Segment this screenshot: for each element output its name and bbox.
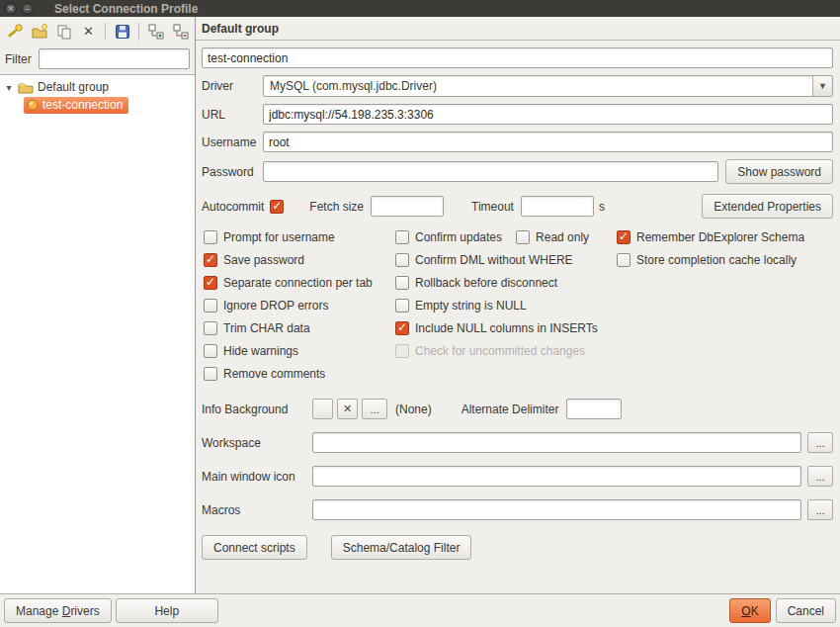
main-window-icon-input[interactable] bbox=[312, 466, 801, 487]
delete-icon: ✕ bbox=[83, 24, 94, 39]
checkbox-box bbox=[204, 230, 217, 244]
tree-item-test-connection[interactable]: test-connection bbox=[24, 97, 193, 114]
copy-profile-icon bbox=[55, 23, 73, 41]
checkbox-label: Empty string is NULL bbox=[415, 299, 527, 313]
save-profiles-button[interactable] bbox=[111, 20, 133, 43]
extended-properties-button[interactable]: Extended Properties bbox=[702, 194, 833, 219]
driver-select[interactable]: MySQL (com.mysql.jdbc.Driver) ▼ bbox=[263, 75, 833, 97]
checkbox-confirm-updates[interactable]: Confirm updates bbox=[395, 230, 502, 244]
checkbox-box bbox=[395, 230, 409, 244]
checkbox-separate-connection-per-tab[interactable]: Separate connection per tab bbox=[204, 276, 395, 290]
checkbox-check-uncommitted-changes: Check for uncommitted changes bbox=[395, 344, 617, 358]
selected-tree-item[interactable]: test-connection bbox=[24, 97, 128, 114]
delete-profile-button[interactable]: ✕ bbox=[77, 20, 100, 43]
chevron-down-icon[interactable]: ▼ bbox=[812, 76, 832, 96]
username-input[interactable] bbox=[263, 132, 833, 152]
clear-color-button[interactable]: ✕ bbox=[337, 399, 358, 419]
fetch-size-label: Fetch size bbox=[309, 200, 364, 214]
main-window-icon-browse-button[interactable]: ... bbox=[807, 466, 833, 487]
pick-color-button[interactable]: ... bbox=[362, 399, 387, 419]
password-label: Password bbox=[202, 165, 263, 179]
tree-group-default[interactable]: ▾ Default group bbox=[2, 79, 193, 95]
connect-scripts-button[interactable]: Connect scripts bbox=[202, 535, 307, 560]
minimize-button[interactable]: – bbox=[22, 3, 34, 15]
tree-item-label: test-connection bbox=[42, 98, 123, 112]
macros-browse-button[interactable]: ... bbox=[807, 499, 833, 520]
ellipsis-icon: ... bbox=[815, 471, 824, 483]
driver-value: MySQL (com.mysql.jdbc.Driver) bbox=[270, 79, 437, 93]
checkbox-label: Remove comments bbox=[223, 367, 325, 381]
checkbox-box bbox=[204, 367, 217, 381]
checkbox-label: Check for uncommitted changes bbox=[415, 344, 585, 358]
checkbox-box bbox=[204, 253, 217, 267]
checkbox-box bbox=[617, 253, 630, 267]
window-title: Select Connection Profile bbox=[54, 2, 198, 16]
checkbox-prompt-for-username[interactable]: Prompt for username bbox=[204, 230, 395, 244]
toolbar-separator bbox=[138, 23, 139, 41]
copy-profile-button[interactable] bbox=[52, 20, 75, 43]
new-profile-button[interactable] bbox=[3, 20, 26, 43]
alternate-delimiter-label: Alternate Delimiter bbox=[462, 403, 559, 416]
new-group-button[interactable] bbox=[28, 20, 50, 43]
fetch-size-input[interactable] bbox=[371, 196, 444, 217]
checkbox-include-null-columns[interactable]: Include NULL columns in INSERTs bbox=[395, 321, 617, 335]
save-icon bbox=[114, 23, 131, 41]
close-button[interactable]: ✕ bbox=[5, 3, 17, 15]
workspace-input[interactable] bbox=[312, 432, 801, 453]
checkbox-save-password[interactable]: Save password bbox=[204, 253, 395, 267]
minimize-icon: – bbox=[25, 4, 30, 14]
filter-input[interactable] bbox=[39, 48, 190, 69]
checkbox-label: Ignore DROP errors bbox=[223, 299, 328, 313]
macros-input[interactable] bbox=[312, 499, 801, 520]
folder-icon bbox=[18, 80, 34, 94]
timeout-input[interactable] bbox=[521, 196, 594, 217]
checkbox-read-only[interactable]: Read only bbox=[516, 230, 589, 244]
checkbox-box bbox=[617, 230, 630, 244]
info-background-swatch-button[interactable] bbox=[312, 399, 333, 419]
connection-profile-dialog: ✕ – Select Connection Profile bbox=[0, 0, 840, 627]
ellipsis-icon: ... bbox=[370, 403, 378, 415]
button-label: K bbox=[751, 604, 759, 618]
button-label: Manage bbox=[16, 604, 62, 618]
checkbox-rollback-before-disconnect[interactable]: Rollback before disconnect bbox=[395, 276, 617, 290]
info-background-value: (None) bbox=[395, 403, 432, 416]
url-input[interactable] bbox=[263, 104, 833, 125]
profile-tree: ▾ Default group test-connection bbox=[0, 74, 195, 593]
checkbox-label: Confirm updates bbox=[415, 230, 502, 244]
checkbox-box bbox=[395, 299, 409, 313]
alternate-delimiter-input[interactable] bbox=[566, 399, 622, 419]
button-label: rivers bbox=[70, 604, 99, 618]
timeout-unit: s bbox=[599, 200, 605, 214]
chevron-down-icon[interactable]: ▾ bbox=[4, 82, 14, 93]
profile-name-input[interactable] bbox=[202, 47, 833, 68]
checkbox-store-completion-cache[interactable]: Store completion cache locally bbox=[617, 253, 804, 267]
checkbox-label: Trim CHAR data bbox=[223, 321, 310, 335]
driver-label: Driver bbox=[202, 79, 263, 93]
expand-all-button[interactable] bbox=[144, 20, 167, 43]
autocommit-checkbox[interactable] bbox=[270, 200, 284, 214]
checkbox-ignore-drop-errors[interactable]: Ignore DROP errors bbox=[204, 299, 395, 313]
group-header: Default group bbox=[196, 17, 840, 41]
checkbox-confirm-dml-without-where[interactable]: Confirm DML without WHERE bbox=[395, 253, 617, 267]
manage-drivers-button[interactable]: Manage Drivers bbox=[4, 598, 112, 623]
checkbox-trim-char-data[interactable]: Trim CHAR data bbox=[204, 321, 395, 335]
checkbox-box bbox=[395, 344, 409, 358]
collapse-all-button[interactable] bbox=[169, 20, 192, 43]
schema-catalog-filter-button[interactable]: Schema/Catalog Filter bbox=[331, 535, 472, 560]
help-button[interactable]: Help bbox=[116, 598, 218, 623]
button-label: O bbox=[741, 604, 750, 618]
password-input[interactable] bbox=[263, 161, 718, 182]
expand-tree-icon bbox=[147, 23, 165, 41]
ellipsis-icon: ... bbox=[815, 437, 824, 449]
macros-label: Macros bbox=[202, 503, 312, 517]
cancel-button[interactable]: Cancel bbox=[776, 598, 836, 623]
show-password-button[interactable]: Show password bbox=[725, 159, 833, 184]
clear-icon: ✕ bbox=[343, 403, 352, 415]
workspace-browse-button[interactable]: ... bbox=[807, 432, 833, 453]
checkbox-empty-string-is-null[interactable]: Empty string is NULL bbox=[395, 299, 617, 313]
checkbox-hide-warnings[interactable]: Hide warnings bbox=[204, 344, 395, 358]
checkbox-remove-comments[interactable]: Remove comments bbox=[204, 367, 395, 381]
workspace-label: Workspace bbox=[202, 436, 312, 450]
ok-button[interactable]: OK bbox=[729, 598, 770, 623]
checkbox-remember-dbexplorer-schema[interactable]: Remember DbExplorer Schema bbox=[617, 230, 804, 244]
